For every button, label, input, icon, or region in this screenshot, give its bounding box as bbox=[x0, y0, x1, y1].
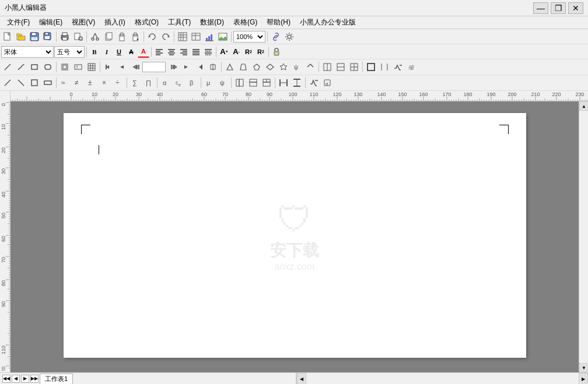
shape7[interactable] bbox=[304, 61, 317, 73]
scroll-up-button[interactable]: ▲ bbox=[579, 101, 588, 111]
insert-sheet-button[interactable] bbox=[190, 30, 202, 43]
strikethrough-button[interactable]: A bbox=[125, 46, 137, 58]
special2-button[interactable]: a bbox=[321, 76, 334, 89]
tbl-draw4[interactable] bbox=[277, 76, 290, 89]
distribute-button[interactable] bbox=[202, 46, 214, 58]
menu-item-视图V[interactable]: 视图(V) bbox=[67, 16, 100, 29]
paste-button[interactable] bbox=[116, 30, 128, 43]
tbl-draw5[interactable] bbox=[290, 76, 303, 89]
scroll-track-v[interactable] bbox=[579, 111, 588, 363]
draw-textbox-button[interactable]: T bbox=[72, 61, 85, 73]
scroll-track-h[interactable] bbox=[306, 373, 579, 384]
draw-roundrect-button[interactable] bbox=[41, 61, 54, 73]
next-page[interactable] bbox=[166, 61, 179, 73]
tbl-opt2[interactable] bbox=[334, 61, 347, 73]
open-button[interactable] bbox=[15, 30, 27, 43]
print-button[interactable] bbox=[58, 30, 71, 43]
new-button[interactable] bbox=[1, 30, 14, 43]
undo-button[interactable] bbox=[146, 30, 159, 43]
draw-table-grid-button[interactable] bbox=[85, 61, 98, 73]
paste-special-button[interactable]: ▼ bbox=[129, 30, 142, 43]
divide-button[interactable]: ÷ bbox=[112, 76, 125, 89]
cut-button[interactable] bbox=[89, 30, 102, 43]
shape6[interactable]: ψ bbox=[290, 61, 303, 73]
draw-freehand-button[interactable] bbox=[15, 61, 27, 73]
subscript2-button[interactable]: ce bbox=[173, 76, 186, 89]
insert-table-button[interactable] bbox=[176, 30, 189, 43]
document-page[interactable]: 🛡 安下载 anxz.com bbox=[64, 113, 526, 358]
zoom-select[interactable]: 100% 75% 150% bbox=[233, 31, 265, 43]
minimize-button[interactable]: — bbox=[533, 2, 548, 14]
record-number-input[interactable] bbox=[142, 62, 166, 72]
save-as-button[interactable]: + bbox=[41, 30, 54, 43]
menu-item-插入I[interactable]: 插入(I) bbox=[100, 16, 130, 29]
tbl-draw1[interactable] bbox=[233, 76, 246, 89]
sqrt2-button[interactable] bbox=[307, 76, 320, 89]
save-button[interactable] bbox=[28, 30, 41, 43]
sheet-nav-first[interactable]: ◀◀ bbox=[2, 375, 10, 383]
shape2[interactable] bbox=[237, 61, 250, 73]
subscript-button[interactable]: R2 bbox=[255, 46, 267, 58]
menu-item-格式O[interactable]: 格式(O) bbox=[130, 16, 163, 29]
font-shrink-button[interactable]: A- bbox=[230, 46, 242, 58]
special-button[interactable]: 缩 bbox=[405, 61, 418, 73]
approx-button[interactable]: ≈ bbox=[58, 76, 71, 89]
psi-button[interactable]: ψ bbox=[216, 76, 229, 89]
scroll-down-button[interactable]: ▼ bbox=[579, 363, 588, 372]
underline-button[interactable]: U bbox=[113, 46, 125, 58]
menu-item-编辑E[interactable]: 编辑(E) bbox=[34, 16, 67, 29]
border-outer[interactable] bbox=[365, 61, 377, 73]
insert-chart-button[interactable] bbox=[203, 30, 216, 43]
align-left-button[interactable] bbox=[153, 46, 165, 58]
copy-button[interactable] bbox=[102, 30, 115, 43]
editor-scroll[interactable]: 🛡 安下载 anxz.com bbox=[10, 101, 579, 372]
hyperlink-button[interactable] bbox=[270, 30, 282, 43]
sheet-nav-prev[interactable]: ◀ bbox=[12, 375, 20, 383]
justify-button[interactable] bbox=[190, 46, 202, 58]
prev-record[interactable] bbox=[116, 61, 128, 73]
menu-item-工具T[interactable]: 工具(T) bbox=[163, 16, 195, 29]
tbl-opt1[interactable] bbox=[321, 61, 334, 73]
font-grow-button[interactable]: A+ bbox=[218, 46, 230, 58]
plusminus-button[interactable]: ± bbox=[85, 76, 98, 89]
restore-button[interactable]: ❐ bbox=[551, 2, 566, 14]
protect-button[interactable] bbox=[271, 46, 282, 58]
neq-button[interactable]: ≠ bbox=[72, 76, 85, 89]
times-button[interactable]: × bbox=[99, 76, 111, 89]
shape4[interactable] bbox=[264, 61, 276, 73]
tbl-draw3[interactable] bbox=[260, 76, 273, 89]
menu-item-文件F[interactable]: 文件(F) bbox=[2, 16, 34, 29]
menu-item-帮助H[interactable]: 帮助(H) bbox=[262, 16, 295, 29]
border-inner[interactable] bbox=[378, 61, 391, 73]
redo-button[interactable] bbox=[159, 30, 172, 43]
sheet-tab-1[interactable]: 工作表1 bbox=[40, 374, 73, 384]
shape1[interactable] bbox=[223, 61, 236, 73]
font-name-select[interactable]: 宋体 黑体 楷体 bbox=[1, 46, 54, 58]
align-center-button[interactable] bbox=[166, 46, 177, 58]
settings-button[interactable] bbox=[283, 30, 296, 43]
italic-button[interactable]: I bbox=[101, 46, 113, 58]
sheet-nav-last[interactable]: ▶▶ bbox=[30, 375, 38, 383]
beta-button[interactable]: β bbox=[186, 76, 199, 89]
shape5[interactable] bbox=[277, 61, 290, 73]
draw-frame-button[interactable] bbox=[58, 61, 71, 73]
hrect-button[interactable] bbox=[41, 76, 54, 89]
bold-button[interactable]: B bbox=[89, 46, 100, 58]
superscript-button[interactable]: R2 bbox=[243, 46, 254, 58]
font-color-button[interactable]: A bbox=[138, 46, 149, 58]
backslash-button[interactable] bbox=[15, 76, 27, 89]
print-preview-button[interactable] bbox=[72, 30, 85, 43]
slash-button[interactable] bbox=[1, 76, 14, 89]
sheet-nav-next[interactable]: ▶ bbox=[21, 375, 29, 383]
next-record[interactable] bbox=[180, 61, 192, 73]
align-right-button[interactable] bbox=[178, 46, 190, 58]
pi-button[interactable]: ∏ bbox=[142, 76, 155, 89]
close-button[interactable]: ✕ bbox=[568, 2, 583, 14]
sqrt-button[interactable] bbox=[391, 61, 404, 73]
next-record-last[interactable] bbox=[193, 61, 206, 73]
draw-line-button[interactable] bbox=[1, 61, 14, 73]
record-extra[interactable] bbox=[206, 61, 219, 73]
mu-button[interactable]: μ bbox=[203, 76, 216, 89]
square-button[interactable] bbox=[28, 76, 41, 89]
tbl-draw2[interactable] bbox=[247, 76, 260, 89]
